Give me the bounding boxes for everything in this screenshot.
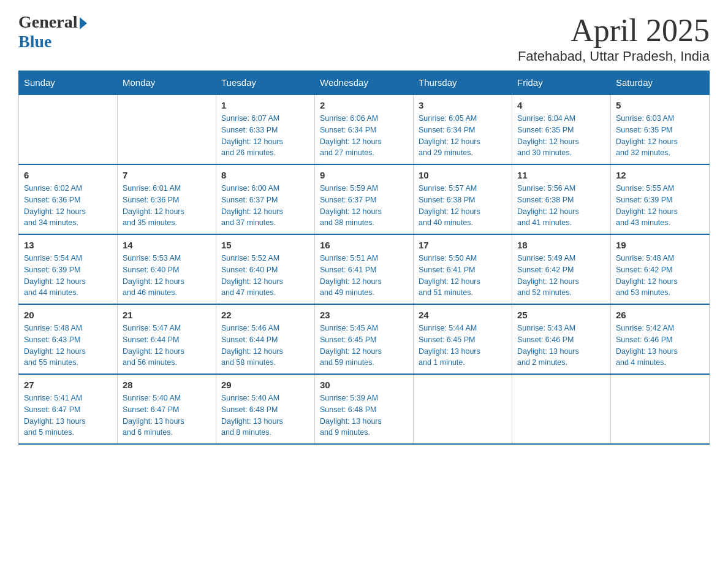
logo: General Blue [18,12,87,52]
day-cell: 2Sunrise: 6:06 AM Sunset: 6:34 PM Daylig… [315,94,414,164]
day-cell: 17Sunrise: 5:50 AM Sunset: 6:41 PM Dayli… [414,234,512,304]
day-info: Sunrise: 5:52 AM Sunset: 6:40 PM Dayligh… [221,253,309,299]
day-info: Sunrise: 5:48 AM Sunset: 6:42 PM Dayligh… [616,253,704,299]
day-info: Sunrise: 5:56 AM Sunset: 6:38 PM Dayligh… [517,183,605,229]
day-info: Sunrise: 6:05 AM Sunset: 6:34 PM Dayligh… [419,113,507,159]
day-number: 3 [419,100,507,110]
column-header-tuesday: Tuesday [216,71,315,95]
day-info: Sunrise: 5:40 AM Sunset: 6:48 PM Dayligh… [221,393,309,439]
day-info: Sunrise: 6:04 AM Sunset: 6:35 PM Dayligh… [517,113,605,159]
day-number: 29 [221,380,309,390]
day-cell: 18Sunrise: 5:49 AM Sunset: 6:42 PM Dayli… [512,234,611,304]
day-number: 5 [616,100,704,110]
day-info: Sunrise: 5:48 AM Sunset: 6:43 PM Dayligh… [24,323,112,369]
day-info: Sunrise: 5:44 AM Sunset: 6:45 PM Dayligh… [419,323,507,369]
day-number: 16 [320,240,408,250]
day-number: 11 [517,170,605,180]
day-info: Sunrise: 6:00 AM Sunset: 6:37 PM Dayligh… [221,183,309,229]
day-cell: 9Sunrise: 5:59 AM Sunset: 6:37 PM Daylig… [315,164,414,234]
day-info: Sunrise: 5:45 AM Sunset: 6:45 PM Dayligh… [320,323,408,369]
week-row-3: 13Sunrise: 5:54 AM Sunset: 6:39 PM Dayli… [19,234,710,304]
day-cell [512,374,611,444]
day-info: Sunrise: 6:03 AM Sunset: 6:35 PM Dayligh… [616,113,704,159]
day-info: Sunrise: 5:51 AM Sunset: 6:41 PM Dayligh… [320,253,408,299]
column-header-sunday: Sunday [19,71,118,95]
day-cell [118,94,216,164]
header-row: SundayMondayTuesdayWednesdayThursdayFrid… [19,71,710,95]
day-number: 14 [123,240,211,250]
day-info: Sunrise: 5:59 AM Sunset: 6:37 PM Dayligh… [320,183,408,229]
day-cell: 26Sunrise: 5:42 AM Sunset: 6:46 PM Dayli… [611,304,710,374]
day-number: 28 [123,380,211,390]
logo-general-text: General [18,12,77,32]
day-cell: 23Sunrise: 5:45 AM Sunset: 6:45 PM Dayli… [315,304,414,374]
day-number: 30 [320,380,408,390]
day-cell: 13Sunrise: 5:54 AM Sunset: 6:39 PM Dayli… [19,234,118,304]
day-info: Sunrise: 5:55 AM Sunset: 6:39 PM Dayligh… [616,183,704,229]
day-cell: 28Sunrise: 5:40 AM Sunset: 6:47 PM Dayli… [118,374,216,444]
day-cell: 3Sunrise: 6:05 AM Sunset: 6:34 PM Daylig… [414,94,512,164]
column-header-thursday: Thursday [414,71,512,95]
day-cell: 16Sunrise: 5:51 AM Sunset: 6:41 PM Dayli… [315,234,414,304]
day-number: 7 [123,170,211,180]
day-number: 25 [517,310,605,320]
day-info: Sunrise: 5:41 AM Sunset: 6:47 PM Dayligh… [24,393,112,439]
day-number: 1 [221,100,309,110]
week-row-5: 27Sunrise: 5:41 AM Sunset: 6:47 PM Dayli… [19,374,710,444]
day-info: Sunrise: 5:39 AM Sunset: 6:48 PM Dayligh… [320,393,408,439]
day-number: 22 [221,310,309,320]
day-cell: 11Sunrise: 5:56 AM Sunset: 6:38 PM Dayli… [512,164,611,234]
day-cell [19,94,118,164]
column-header-friday: Friday [512,71,611,95]
day-cell: 27Sunrise: 5:41 AM Sunset: 6:47 PM Dayli… [19,374,118,444]
day-number: 21 [123,310,211,320]
day-number: 2 [320,100,408,110]
day-info: Sunrise: 5:54 AM Sunset: 6:39 PM Dayligh… [24,253,112,299]
day-cell: 19Sunrise: 5:48 AM Sunset: 6:42 PM Dayli… [611,234,710,304]
day-info: Sunrise: 5:50 AM Sunset: 6:41 PM Dayligh… [419,253,507,299]
logo-blue-text: Blue [18,32,51,52]
day-cell: 20Sunrise: 5:48 AM Sunset: 6:43 PM Dayli… [19,304,118,374]
title-section: April 2025 Fatehabad, Uttar Pradesh, Ind… [518,12,710,64]
calendar-table: SundayMondayTuesdayWednesdayThursdayFrid… [18,71,710,445]
day-cell: 12Sunrise: 5:55 AM Sunset: 6:39 PM Dayli… [611,164,710,234]
day-cell: 15Sunrise: 5:52 AM Sunset: 6:40 PM Dayli… [216,234,315,304]
day-info: Sunrise: 5:40 AM Sunset: 6:47 PM Dayligh… [123,393,211,439]
day-info: Sunrise: 6:01 AM Sunset: 6:36 PM Dayligh… [123,183,211,229]
column-header-saturday: Saturday [611,71,710,95]
day-cell: 30Sunrise: 5:39 AM Sunset: 6:48 PM Dayli… [315,374,414,444]
calendar-header: SundayMondayTuesdayWednesdayThursdayFrid… [19,71,710,95]
day-cell: 1Sunrise: 6:07 AM Sunset: 6:33 PM Daylig… [216,94,315,164]
day-cell [611,374,710,444]
day-info: Sunrise: 5:57 AM Sunset: 6:38 PM Dayligh… [419,183,507,229]
day-number: 13 [24,240,112,250]
day-info: Sunrise: 5:46 AM Sunset: 6:44 PM Dayligh… [221,323,309,369]
day-number: 17 [419,240,507,250]
day-number: 20 [24,310,112,320]
day-cell: 8Sunrise: 6:00 AM Sunset: 6:37 PM Daylig… [216,164,315,234]
column-header-monday: Monday [118,71,216,95]
day-number: 10 [419,170,507,180]
day-number: 27 [24,380,112,390]
day-info: Sunrise: 6:06 AM Sunset: 6:34 PM Dayligh… [320,113,408,159]
week-row-4: 20Sunrise: 5:48 AM Sunset: 6:43 PM Dayli… [19,304,710,374]
day-number: 9 [320,170,408,180]
day-number: 4 [517,100,605,110]
day-cell: 7Sunrise: 6:01 AM Sunset: 6:36 PM Daylig… [118,164,216,234]
day-number: 18 [517,240,605,250]
day-cell: 14Sunrise: 5:53 AM Sunset: 6:40 PM Dayli… [118,234,216,304]
logo-arrow-icon [80,17,87,29]
page-header: General Blue April 2025 Fatehabad, Uttar… [18,12,710,64]
day-info: Sunrise: 5:49 AM Sunset: 6:42 PM Dayligh… [517,253,605,299]
day-info: Sunrise: 5:53 AM Sunset: 6:40 PM Dayligh… [123,253,211,299]
day-cell: 25Sunrise: 5:43 AM Sunset: 6:46 PM Dayli… [512,304,611,374]
day-number: 19 [616,240,704,250]
column-header-wednesday: Wednesday [315,71,414,95]
day-number: 26 [616,310,704,320]
day-info: Sunrise: 5:47 AM Sunset: 6:44 PM Dayligh… [123,323,211,369]
day-info: Sunrise: 5:42 AM Sunset: 6:46 PM Dayligh… [616,323,704,369]
day-number: 8 [221,170,309,180]
day-number: 6 [24,170,112,180]
day-number: 12 [616,170,704,180]
day-cell: 29Sunrise: 5:40 AM Sunset: 6:48 PM Dayli… [216,374,315,444]
